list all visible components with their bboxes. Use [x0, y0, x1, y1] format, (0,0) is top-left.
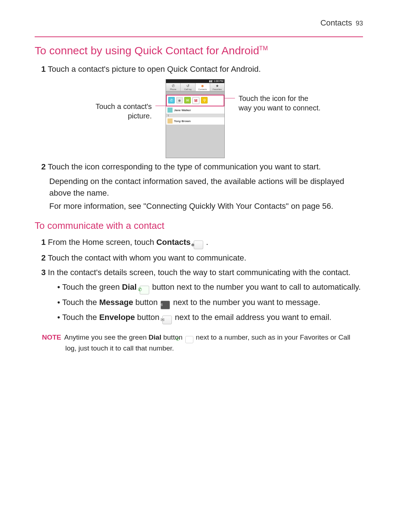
bullet-dial: Touch the green Dial ✆ button next to th… [57, 281, 363, 294]
note-text-b: button [161, 333, 184, 341]
star-icon: ★ [210, 84, 224, 88]
status-bar: ▮◧ 1:00 PM [166, 79, 224, 83]
tab-contacts[interactable]: ☻Contacts [196, 83, 210, 91]
bullet-text-b: button next to the number you want to ca… [150, 282, 361, 292]
bullet-text-c: next to the number you want to message. [171, 298, 320, 307]
step-2-continuation-2: For more information, see "Connecting Qu… [49, 200, 363, 212]
figure-caption-left: Touch a contact's picture. [75, 79, 155, 121]
step-number: 1 [41, 238, 46, 247]
bullet-text-a: Touch the green [62, 282, 122, 292]
step-number: 2 [41, 162, 46, 171]
dial-icon: ✆ [185, 336, 193, 343]
step-2-continuation-1: Depending on the contact information sav… [49, 176, 363, 199]
quick-sms-icon[interactable]: ✉ [184, 97, 191, 103]
step-2: 2 Touch the icon corresponding to the ty… [41, 161, 363, 173]
header-divider [35, 36, 363, 37]
step-text: Touch the icon corresponding to the type… [46, 162, 321, 171]
header-section: Contacts [320, 18, 352, 28]
message-icon: ✉ [161, 301, 170, 309]
figure-quick-contact: Touch a contact's picture. ▮◧ 1:00 PM ✆P… [35, 79, 363, 158]
list-filler [166, 125, 224, 158]
contacts-icon: ☻ [194, 240, 203, 249]
phone-icon: ✆ [166, 84, 180, 88]
contacts-label: Contacts [156, 238, 190, 247]
contact-name: Tony Brown [174, 120, 191, 123]
step-text: Touch the contact with whom you want to … [46, 253, 246, 262]
comm-step-2: 2 Touch the contact with whom you want t… [41, 252, 363, 264]
call-log-icon: ↺ [181, 84, 195, 88]
contacts-icon: ☻ [196, 84, 210, 88]
step-number: 1 [41, 64, 46, 74]
section-heading-quick-contact: To connect by using Quick Contact for An… [35, 44, 363, 58]
quick-call-icon[interactable]: ✆ [168, 97, 175, 103]
bullet-text-a: Touch the [62, 313, 99, 322]
bullet-message: Touch the Message button ✉ next to the n… [57, 297, 363, 309]
dial-label: Dial [148, 333, 161, 341]
step-number: 2 [41, 253, 46, 262]
step-number: 3 [41, 268, 46, 277]
manual-page: Contacts 93 To connect by using Quick Co… [0, 0, 394, 532]
tab-bar: ✆Phone ↺Call log ☻Contacts ★Favorites [166, 83, 224, 91]
step-text: In the contact's details screen, touch t… [46, 268, 351, 277]
note-label: NOTE [42, 333, 61, 341]
contact-row-jane[interactable]: Jane Walker [166, 106, 224, 114]
section-heading-communicate: To communicate with a contact [35, 220, 363, 231]
bullet-text-b: button [133, 298, 160, 307]
list-section-letter: T [166, 114, 224, 117]
quick-map-icon[interactable]: ⚲ [201, 97, 208, 103]
step-text-a: From the Home screen, touch [46, 238, 156, 247]
bullet-envelope: Touch the Envelope button ✉ next to the … [57, 312, 363, 324]
note: NOTE Anytime you see the green Dial butt… [42, 332, 363, 353]
comm-step-3: 3 In the contact's details screen, touch… [41, 267, 363, 278]
figure-caption-right: Touch the icon for the way you want to c… [235, 79, 322, 113]
bullet-text-b: button [135, 313, 162, 322]
step-text-b: . [204, 238, 208, 247]
bullet-text-c: next to the email address you want to em… [173, 313, 331, 322]
contact-name: Jane Walker [174, 109, 191, 112]
tab-favorites[interactable]: ★Favorites [210, 83, 224, 91]
message-label: Message [99, 298, 133, 307]
signal-icon: ▮◧ [209, 80, 213, 83]
step-1: 1 Touch a contact's picture to open Quic… [41, 63, 363, 75]
avatar-icon [167, 107, 173, 113]
leader-line-left [155, 106, 166, 106]
search-bar[interactable] [166, 91, 224, 95]
envelope-icon: ✉ [162, 316, 172, 324]
comm-step-1: 1 From the Home screen, touch Contacts ☻… [41, 236, 363, 249]
header-page-number: 93 [356, 20, 363, 27]
dial-icon: ✆ [140, 286, 149, 294]
quick-gmail-icon[interactable]: M [192, 97, 200, 104]
leader-line-right [225, 98, 235, 98]
step-text: Touch a contact's picture to open Quick … [46, 64, 261, 74]
note-text-a: Anytime you see the green [63, 333, 149, 341]
phone-screenshot: ▮◧ 1:00 PM ✆Phone ↺Call log ☻Contacts ★F… [166, 79, 225, 158]
quick-contact-card-icon[interactable]: ☻ [176, 97, 183, 103]
dial-label: Dial [122, 282, 136, 292]
envelope-label: Envelope [99, 313, 135, 322]
bullet-text-a: Touch the [62, 298, 99, 307]
quick-contact-bar: ✆ ☻ ✉ M ⚲ [166, 95, 224, 106]
contact-row-tony[interactable]: Tony Brown [166, 117, 224, 125]
tab-phone[interactable]: ✆Phone [166, 83, 181, 91]
status-time: 1:00 PM [214, 80, 223, 83]
running-header: Contacts 93 [35, 18, 363, 28]
heading-text: To connect by using Quick Contact for An… [35, 44, 259, 56]
avatar-icon [167, 118, 173, 124]
tab-call-log[interactable]: ↺Call log [181, 83, 195, 91]
trademark-symbol: TM [259, 45, 268, 51]
